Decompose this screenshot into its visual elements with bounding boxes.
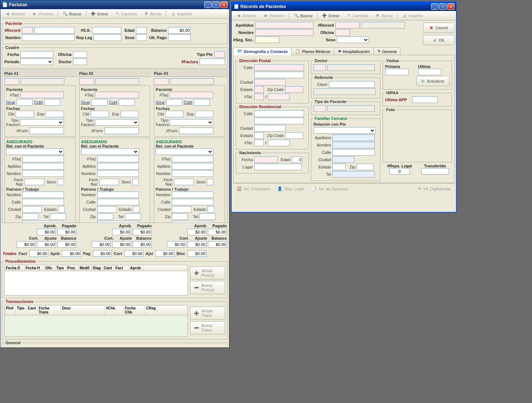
entrar-button[interactable]: ➕Entrar <box>319 12 342 19</box>
imprimir-button[interactable]: 🖨Imprimir <box>168 11 195 17</box>
minimize-button[interactable]: _ <box>431 3 438 10</box>
aseg-fechnac[interactable] <box>174 179 194 185</box>
plan-grup[interactable] <box>91 99 107 106</box>
plan-pagado[interactable] <box>133 229 152 235</box>
oficina-input[interactable] <box>335 29 350 36</box>
postal-calle-1[interactable] <box>254 64 304 71</box>
close-button[interactable]: ✕ <box>220 1 228 8</box>
postal-estado[interactable] <box>254 86 264 93</box>
plan-rel[interactable] <box>156 148 213 155</box>
entrar-button[interactable]: ➕Entrar <box>88 11 111 17</box>
doctor-name[interactable] <box>327 64 375 71</box>
plan-grup[interactable] <box>16 99 33 106</box>
cambios-button[interactable]: ✎Cambios <box>112 11 140 17</box>
pat-ciudad[interactable] <box>172 206 191 213</box>
plan-cort[interactable] <box>167 241 186 248</box>
plan-cort[interactable] <box>92 241 111 248</box>
aseg-fechnac[interactable] <box>99 179 119 185</box>
aseg-apellidos[interactable] <box>22 163 64 170</box>
plan-cubt[interactable] <box>194 99 210 106</box>
sexo-input[interactable] <box>136 34 147 41</box>
anadir-proc-button[interactable]: ➕Añadir Proc(s) <box>190 266 225 280</box>
plan-tipofactrcn[interactable] <box>20 119 64 126</box>
resid-calle-2[interactable] <box>254 118 304 124</box>
anterior-button[interactable]: ◀Anterior <box>2 11 28 17</box>
familiar-nombre[interactable] <box>332 142 375 148</box>
aseg-nombre[interactable] <box>172 170 213 177</box>
aseg-sexo[interactable] <box>57 179 64 185</box>
pat-ciudad[interactable] <box>97 206 117 213</box>
familiar-estado[interactable] <box>332 164 346 170</box>
pat-nombre[interactable] <box>22 191 64 198</box>
plan-cbt[interactable] <box>165 111 183 117</box>
pat-zip[interactable] <box>22 213 38 220</box>
pat-nombre[interactable] <box>172 191 213 198</box>
record-input[interactable] <box>22 27 33 34</box>
fecha-input[interactable] <box>20 51 53 58</box>
doctor-code[interactable] <box>314 64 326 71</box>
periodo-select[interactable] <box>20 58 53 65</box>
tipopte-code[interactable] <box>314 105 326 112</box>
ss-input[interactable] <box>92 27 121 34</box>
sexo-select[interactable] <box>337 37 369 43</box>
plan-aprob[interactable] <box>187 229 206 235</box>
plan-cubt[interactable] <box>44 99 60 106</box>
familiar-apellidos[interactable] <box>332 134 375 141</box>
pat-zip[interactable] <box>172 213 188 220</box>
tipopte-input[interactable] <box>214 51 225 58</box>
doctor-input[interactable] <box>73 58 87 65</box>
transferido-input[interactable] <box>421 168 449 175</box>
buscar-button[interactable]: 🔍Buscar <box>291 12 316 19</box>
tot-ajst[interactable] <box>155 250 174 257</box>
procedimientos-grid[interactable]: Fecha DFecha HOficTipoProcModifDiagCantF… <box>4 265 188 296</box>
imprimir-button[interactable]: 🖨Imprimir <box>399 12 426 19</box>
familiar-rel[interactable] <box>314 127 376 134</box>
minimize-button[interactable]: _ <box>204 1 212 8</box>
tab-general[interactable]: ✎General <box>373 47 400 55</box>
aseg-tarj[interactable] <box>97 156 139 162</box>
plan-pagado[interactable] <box>208 229 227 235</box>
aseg-fechnac[interactable] <box>24 179 44 185</box>
borrar-button[interactable]: ✖Borrar <box>141 11 165 17</box>
record-display[interactable] <box>361 22 405 28</box>
referente-name[interactable] <box>314 88 376 95</box>
plan-tipofactrcn[interactable] <box>170 119 213 126</box>
tab-demografia[interactable]: 🪪Demografía y Contacto <box>233 47 292 55</box>
tot-fact[interactable] <box>29 250 48 257</box>
plan-cubt[interactable] <box>119 99 135 106</box>
plan-code[interactable] <box>4 78 19 85</box>
plan-name[interactable] <box>170 78 214 85</box>
plan-tarj[interactable] <box>170 92 213 98</box>
tab-planes[interactable]: 📋Planes Médicos <box>291 47 334 55</box>
replegal-input[interactable] <box>94 34 121 41</box>
maximize-button[interactable]: □ <box>212 1 220 8</box>
actualizar-button[interactable]: ↻Actualizar <box>417 76 449 86</box>
buscar-button[interactable]: 🔍Buscar <box>60 11 84 17</box>
tot-blnc[interactable] <box>187 250 206 257</box>
postal-tel-2[interactable] <box>268 94 290 100</box>
aseg-nombre[interactable] <box>97 170 139 177</box>
plan-form[interactable] <box>104 128 139 134</box>
plan-tarj[interactable] <box>20 92 64 98</box>
plan-balance[interactable] <box>57 241 76 248</box>
postal-ciudad[interactable] <box>254 79 286 85</box>
pat-calle[interactable] <box>172 199 213 205</box>
factura-input[interactable] <box>200 58 225 65</box>
maximize-button[interactable]: □ <box>439 3 446 10</box>
familiar-calle[interactable] <box>332 149 375 156</box>
postal-zip[interactable] <box>285 86 303 93</box>
aseg-tarj[interactable] <box>172 156 213 162</box>
nac-lugar[interactable] <box>254 164 302 170</box>
edad-input[interactable] <box>136 27 147 34</box>
plan-code[interactable] <box>154 78 168 85</box>
nombre-input[interactable] <box>22 34 75 41</box>
ok-button[interactable]: ✔OK <box>423 35 455 45</box>
resid-zip[interactable] <box>285 132 303 139</box>
plan-name[interactable] <box>95 78 139 85</box>
tot-aprb[interactable] <box>62 250 81 257</box>
balance-input[interactable] <box>168 27 191 34</box>
pat-tel[interactable] <box>50 213 66 220</box>
borrar-button[interactable]: ✖Borrar <box>372 12 396 19</box>
proximo-button[interactable]: ▶Proximo <box>261 12 288 19</box>
oficina-input[interactable] <box>73 51 87 58</box>
